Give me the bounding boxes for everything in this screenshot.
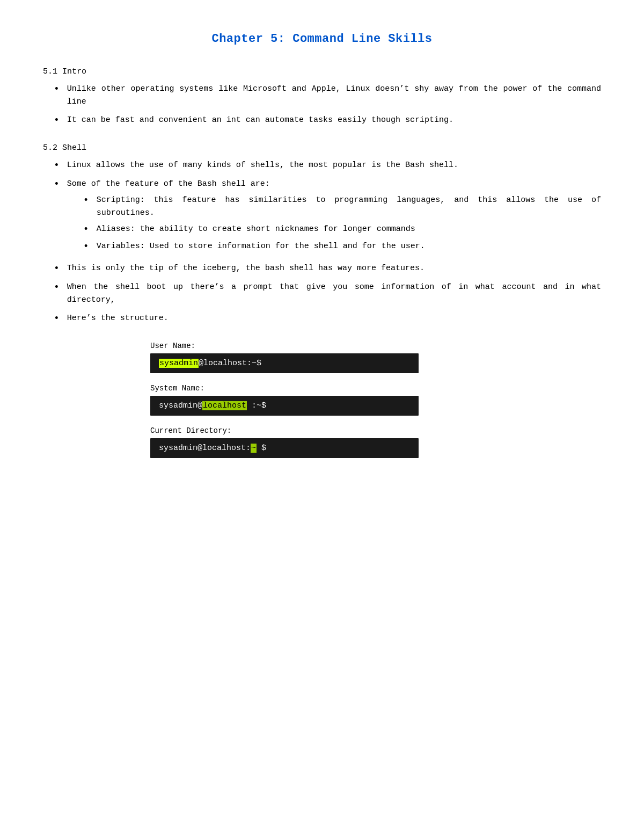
- list-item: When the shell boot up there’s a prompt …: [43, 281, 601, 307]
- section-shell: 5.2 Shell Linux allows the use of many k…: [43, 143, 601, 325]
- terminal-box-systemname: sysadmin@localhost :~$: [150, 396, 419, 416]
- sub-bullet-list: Scripting: this feature has similarities…: [67, 194, 601, 253]
- list-item: Variables: Used to store information for…: [67, 240, 601, 253]
- bullet-text: When the shell boot up there’s a prompt …: [67, 281, 601, 307]
- sub-bullet-text: Variables: Used to store information for…: [97, 240, 425, 253]
- terminal-label-directory: Current Directory:: [150, 426, 601, 435]
- terminal-demos: User Name: sysadmin@localhost:~$ System …: [43, 342, 601, 458]
- list-item: Aliases: the ability to create short nic…: [67, 223, 601, 236]
- list-item: This is only the tip of the iceberg, the…: [43, 262, 601, 275]
- list-item: Some of the feature of the Bash shell ar…: [43, 178, 601, 256]
- highlight-systemname: localhost: [202, 401, 247, 410]
- bullet-text: This is only the tip of the iceberg, the…: [67, 262, 425, 275]
- sub-bullet-text: Scripting: this feature has similarities…: [97, 194, 601, 220]
- list-item: Linux allows the use of many kinds of sh…: [43, 159, 601, 172]
- list-item: Here’s the structure.: [43, 312, 601, 325]
- list-item: It can be fast and convenient an int can…: [43, 114, 601, 127]
- highlight-directory: ~: [251, 444, 257, 453]
- terminal-box-username: sysadmin@localhost:~$: [150, 353, 419, 373]
- bullet-text: Here’s the structure.: [67, 312, 169, 325]
- shell-bullet-list: Linux allows the use of many kinds of sh…: [43, 159, 601, 325]
- bullet-text: It can be fast and convenient an int can…: [67, 114, 453, 127]
- bullet-text: Unlike other operating systems like Micr…: [67, 83, 601, 108]
- bullet-text: Some of the feature of the Bash shell ar…: [67, 178, 601, 256]
- list-item: Unlike other operating systems like Micr…: [43, 83, 601, 108]
- sub-bullet-text: Aliases: the ability to create short nic…: [97, 223, 415, 236]
- terminal-text: sysadmin@localhost:: [159, 444, 251, 453]
- page-title: Chapter 5: Command Line Skills: [43, 32, 601, 46]
- terminal-text: @localhost:~$: [199, 359, 261, 368]
- terminal-text: $: [257, 444, 266, 453]
- section-heading-intro: 5.1 Intro: [43, 67, 601, 76]
- terminal-text: :~$: [247, 401, 266, 410]
- terminal-box-directory: sysadmin@localhost:~ $: [150, 438, 419, 458]
- intro-bullet-list: Unlike other operating systems like Micr…: [43, 83, 601, 127]
- bullet-text: Linux allows the use of many kinds of sh…: [67, 159, 458, 172]
- highlight-username: sysadmin: [159, 359, 199, 368]
- list-item: Scripting: this feature has similarities…: [67, 194, 601, 220]
- terminal-text: sysadmin@: [159, 401, 202, 410]
- section-intro: 5.1 Intro Unlike other operating systems…: [43, 67, 601, 127]
- section-heading-shell: 5.2 Shell: [43, 143, 601, 153]
- terminal-label-username: User Name:: [150, 342, 601, 350]
- terminal-label-systemname: System Name:: [150, 384, 601, 393]
